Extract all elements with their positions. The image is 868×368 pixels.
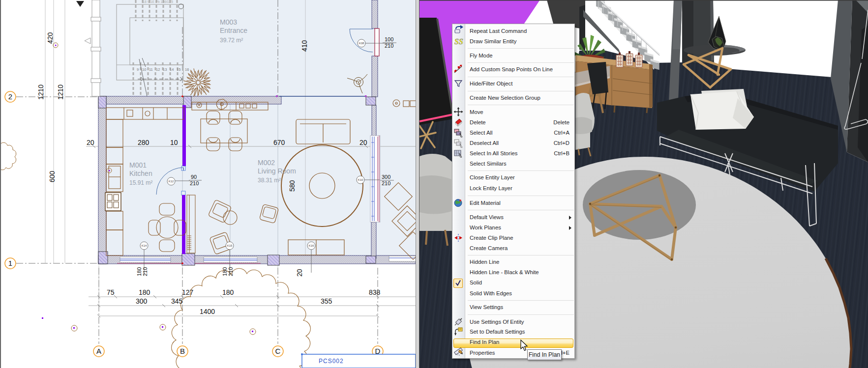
svg-text:C: C [275, 347, 281, 355]
svg-text:600: 600 [48, 170, 56, 182]
svg-text:11: 11 [149, 67, 153, 72]
svg-text:210: 210 [142, 267, 148, 276]
svg-text:M003: M003 [220, 18, 237, 26]
svg-text:20: 20 [87, 139, 94, 146]
svg-text:15.91 m²: 15.91 m² [129, 179, 152, 186]
svg-text:38.31 m²: 38.31 m² [258, 177, 281, 184]
svg-text:20: 20 [359, 139, 367, 146]
svg-text:345: 345 [171, 297, 183, 305]
svg-text:20: 20 [296, 269, 303, 277]
svg-text:127: 127 [182, 288, 194, 296]
svg-text:Living Room: Living Room [258, 167, 296, 175]
svg-text:1: 1 [8, 259, 12, 267]
svg-text:Entrance: Entrance [220, 27, 247, 34]
svg-text:410: 410 [300, 40, 308, 52]
svg-text:580: 580 [288, 180, 296, 192]
svg-text:2: 2 [8, 92, 12, 101]
svg-text:838: 838 [369, 288, 381, 296]
svg-text:16: 16 [185, 67, 189, 72]
svg-text:M002: M002 [258, 159, 275, 167]
svg-text:90: 90 [191, 174, 197, 180]
svg-text:100: 100 [385, 36, 393, 42]
svg-text:10: 10 [170, 139, 178, 146]
svg-text:K08: K08 [359, 42, 364, 45]
svg-text:210: 210 [228, 267, 234, 276]
svg-text:14: 14 [170, 67, 174, 72]
svg-text:B: B [180, 347, 185, 355]
svg-text:1210: 1210 [37, 85, 45, 100]
svg-text:180: 180 [136, 267, 142, 276]
svg-text:180: 180 [222, 288, 234, 296]
svg-text:Kitchen: Kitchen [129, 170, 152, 177]
svg-text:K14: K14 [142, 244, 147, 247]
svg-text:670: 670 [273, 139, 285, 146]
svg-text:12: 12 [156, 67, 160, 72]
svg-text:13: 13 [163, 67, 167, 72]
svg-text:PCS002: PCS002 [319, 358, 344, 365]
svg-text:K10: K10 [358, 178, 363, 181]
svg-text:1400: 1400 [200, 308, 215, 315]
svg-text:15: 15 [177, 67, 180, 72]
svg-text:210: 210 [382, 180, 390, 186]
svg-text:355: 355 [321, 297, 332, 305]
svg-text:300: 300 [382, 174, 390, 180]
svg-text:SS: SS [454, 37, 463, 46]
svg-text:210: 210 [190, 180, 199, 186]
svg-text:A: A [96, 347, 101, 355]
svg-text:1210: 1210 [57, 85, 64, 100]
svg-text:75: 75 [107, 288, 115, 296]
svg-text:K15: K15 [227, 244, 233, 247]
svg-text:300: 300 [136, 297, 148, 305]
svg-text:9: 9 [137, 67, 139, 72]
svg-text:280: 280 [138, 139, 150, 146]
svg-text:180: 180 [139, 288, 150, 296]
svg-text:420: 420 [46, 32, 54, 44]
svg-text:180: 180 [222, 267, 228, 276]
svg-text:39.72 m²: 39.72 m² [220, 37, 243, 44]
svg-text:18 9 1E Pb 18602.5: 18 9 1E Pb 18602.5 [143, 0, 173, 3]
svg-text:M001: M001 [129, 161, 147, 169]
svg-text:K12: K12 [169, 180, 174, 183]
svg-text:210: 210 [385, 43, 393, 49]
svg-text:K16: K16 [309, 244, 314, 247]
svg-text:10: 10 [142, 67, 146, 72]
